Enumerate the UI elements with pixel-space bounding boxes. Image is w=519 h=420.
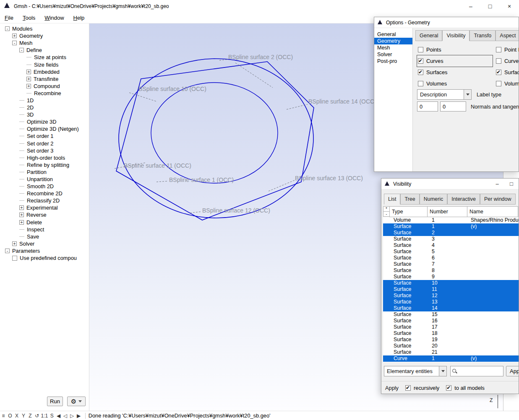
checkbox-icon[interactable] bbox=[418, 81, 423, 86]
tree-expand-icon[interactable] bbox=[26, 93, 31, 93]
tree-item[interactable]: Optimize 3D (Netgen) bbox=[0, 125, 89, 132]
tree-expand-icon[interactable] bbox=[12, 41, 17, 45]
tree-expand-icon[interactable] bbox=[12, 256, 17, 261]
tree-expand-icon[interactable] bbox=[19, 165, 24, 165]
tree-expand-icon[interactable] bbox=[19, 193, 24, 194]
tree-item[interactable]: Set order 1 bbox=[0, 132, 89, 140]
tree-item[interactable]: Geometry bbox=[0, 32, 89, 39]
tree-item[interactable]: Partition bbox=[0, 169, 89, 176]
tree-item[interactable]: Size at points bbox=[0, 54, 89, 61]
status-button[interactable]: Z bbox=[28, 413, 33, 419]
tree-item[interactable]: 3D bbox=[0, 111, 89, 118]
search-input[interactable] bbox=[459, 367, 501, 376]
checkbox-icon[interactable] bbox=[496, 47, 501, 52]
tree-item[interactable]: 1D bbox=[0, 97, 89, 104]
tree-item[interactable]: 2D bbox=[0, 104, 89, 111]
visibility-row[interactable]: Surface 3 bbox=[383, 236, 519, 242]
checkbox-icon[interactable] bbox=[418, 58, 423, 64]
menu-item[interactable]: Window bbox=[40, 13, 68, 23]
tree-expand-icon[interactable] bbox=[19, 122, 24, 122]
tree-expand-icon[interactable] bbox=[26, 65, 31, 65]
maximize-button[interactable]: □ bbox=[504, 179, 519, 189]
search-box[interactable] bbox=[450, 366, 503, 376]
tree-expand-icon[interactable] bbox=[19, 220, 24, 225]
visibility-row[interactable]: Volume 1 Shapes/Rhino Produc bbox=[383, 217, 519, 223]
checkbox-icon[interactable] bbox=[418, 70, 423, 75]
column-header-type[interactable]: Type bbox=[389, 206, 428, 217]
visibility-row[interactable]: Surface 18 bbox=[383, 330, 519, 337]
select-none-button[interactable]: - bbox=[383, 211, 390, 217]
tree-item[interactable]: Set order 3 bbox=[0, 147, 89, 154]
tree-expand-icon[interactable] bbox=[12, 34, 17, 38]
visibility-tab[interactable]: Interactive bbox=[447, 194, 480, 205]
visibility-row[interactable]: Surface 14 bbox=[383, 305, 519, 311]
visibility-row[interactable]: Surface 9 bbox=[383, 274, 519, 280]
maximize-button[interactable]: □ bbox=[480, 0, 500, 13]
options-category-item[interactable]: Mesh bbox=[374, 44, 412, 51]
checkbox-icon[interactable] bbox=[496, 70, 501, 75]
normals-input[interactable] bbox=[417, 101, 438, 111]
tree-expand-icon[interactable] bbox=[19, 100, 24, 101]
minimize-button[interactable]: – bbox=[461, 0, 480, 13]
tree-item[interactable]: Experimental bbox=[0, 204, 89, 211]
visibility-row[interactable]: Surface 8 bbox=[383, 267, 519, 274]
options-tab[interactable]: Aspect bbox=[496, 30, 519, 41]
tree-expand-icon[interactable] bbox=[19, 136, 24, 136]
tree-expand-icon[interactable] bbox=[19, 186, 24, 187]
tree-expand-icon[interactable] bbox=[19, 150, 24, 151]
options-category-item[interactable]: Geometry bbox=[374, 38, 412, 44]
options-tab[interactable]: General bbox=[415, 30, 442, 41]
checkbox-icon[interactable] bbox=[496, 81, 501, 86]
tree-item[interactable]: Reverse bbox=[0, 211, 89, 218]
tree-item[interactable]: Set order 2 bbox=[0, 140, 89, 147]
title-bar[interactable]: Gmsh - C:¥Users¥mizut¥OneDrive¥Projects¥… bbox=[0, 0, 519, 13]
options-category-item[interactable]: General bbox=[374, 31, 412, 38]
status-button[interactable]: ▷ bbox=[69, 413, 75, 419]
tree-item[interactable]: Smooth 2D bbox=[0, 183, 89, 190]
status-button[interactable]: ↺ bbox=[34, 413, 40, 419]
label-type-dropdown[interactable]: Description bbox=[417, 89, 472, 100]
tree-item[interactable]: Compound bbox=[0, 83, 89, 90]
tree-expand-icon[interactable] bbox=[19, 107, 24, 108]
tree-expand-icon[interactable] bbox=[19, 48, 24, 52]
visibility-row[interactable]: Surface 5 bbox=[383, 249, 519, 255]
options-tab[interactable]: Visibility bbox=[442, 30, 469, 41]
tree-item[interactable]: Optimize 3D bbox=[0, 118, 89, 125]
visibility-row[interactable]: Surface 4 bbox=[383, 242, 519, 249]
visibility-tab[interactable]: Numeric bbox=[420, 194, 448, 205]
tree-item[interactable]: Delete bbox=[0, 219, 89, 226]
tree-item[interactable]: Solver bbox=[0, 240, 89, 247]
tree-item[interactable]: Refine by splitting bbox=[0, 161, 89, 169]
visibility-row[interactable]: Surface 21 bbox=[383, 349, 519, 355]
tree-expand-icon[interactable] bbox=[19, 179, 24, 179]
tree-item[interactable]: Inspect bbox=[0, 226, 89, 233]
tree-expand-icon[interactable] bbox=[5, 26, 10, 31]
recursively-checkbox[interactable]: recursively bbox=[405, 385, 439, 391]
label-checkbox[interactable]: Curve l bbox=[496, 55, 519, 67]
tree-item[interactable]: Recombine bbox=[0, 90, 89, 97]
tree-expand-icon[interactable] bbox=[19, 114, 24, 115]
checkbox-icon[interactable] bbox=[418, 47, 423, 52]
tree-item[interactable]: Define bbox=[0, 47, 89, 54]
status-button[interactable]: X bbox=[14, 413, 20, 419]
tree-item[interactable]: Save bbox=[0, 233, 89, 240]
tree-item[interactable]: Recombine 2D bbox=[0, 190, 89, 197]
visibility-row[interactable]: Surface 2 bbox=[383, 230, 519, 236]
visibility-row[interactable]: Surface 15 bbox=[383, 311, 519, 318]
tree-item[interactable]: Embedded bbox=[0, 68, 89, 75]
status-button[interactable]: Y bbox=[21, 413, 26, 419]
tree-item[interactable]: Transfinite bbox=[0, 75, 89, 83]
status-button[interactable]: ▶ bbox=[76, 413, 81, 419]
status-button[interactable]: ◀ bbox=[56, 413, 61, 419]
visibility-row[interactable]: Surface 7 bbox=[383, 261, 519, 267]
visibility-tab[interactable]: Per window bbox=[480, 194, 516, 205]
solver-settings-button[interactable]: ⚙ bbox=[67, 397, 86, 406]
tree-expand-icon[interactable] bbox=[19, 236, 24, 237]
visibility-row[interactable]: Surface 19 bbox=[383, 337, 519, 343]
column-header-name[interactable]: Name bbox=[467, 206, 518, 217]
tangents-input[interactable] bbox=[440, 101, 466, 111]
to-all-models-checkbox[interactable]: to all models bbox=[446, 385, 485, 391]
tree-item[interactable]: Reclassify 2D bbox=[0, 197, 89, 204]
menu-item[interactable]: File bbox=[0, 13, 18, 23]
tree-item[interactable]: Size fields bbox=[0, 61, 89, 68]
